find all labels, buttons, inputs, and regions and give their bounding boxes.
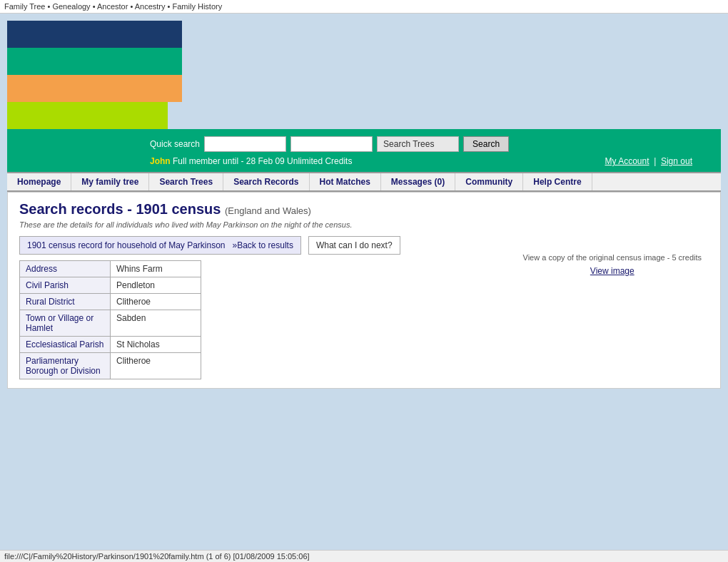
table-cell-value: Clitheroe — [111, 353, 201, 379]
nav-help-centre[interactable]: Help Centre — [523, 173, 592, 190]
page-title: Search records - 1901 census (England an… — [19, 201, 709, 218]
what-next-panel: What can I do next? — [308, 236, 400, 255]
table-cell-value: Whins Farm — [111, 261, 201, 277]
table-cell-label: Civil Parish — [20, 277, 111, 294]
census-header-label: 1901 census record for household of May … — [27, 240, 226, 250]
table-cell-value: St Nicholas — [111, 337, 201, 353]
back-to-results-link[interactable]: »Back to results — [233, 240, 293, 250]
status-bar-text: file:///C|/Family%20History/Parkinson/19… — [4, 552, 310, 556]
table-cell-value: Sabden — [111, 310, 201, 337]
outer-wrapper: Quick search Search Trees Search John Fu… — [0, 14, 728, 556]
table-cell-label: Address — [20, 261, 111, 277]
table-cell-label: Rural District — [20, 294, 111, 310]
table-row: Civil ParishPendleton — [20, 277, 201, 294]
nav-my-family-tree[interactable]: My family tree — [71, 173, 149, 190]
sign-out-link[interactable]: Sign out — [661, 156, 692, 166]
title-bar-text: Family Tree • Genealogy • Ancestor • Anc… — [4, 2, 222, 11]
table-row: Rural DistrictClitheroe — [20, 294, 201, 310]
user-info-row: John Full member until - 28 Feb 09 Unlim… — [21, 156, 707, 166]
table-cell-label: Ecclesiastical Parish — [20, 337, 111, 353]
title-bar: Family Tree • Genealogy • Ancestor • Anc… — [0, 0, 728, 14]
account-links: My Account | Sign out — [605, 156, 692, 166]
header-search: Quick search Search Trees Search John Fu… — [7, 129, 721, 172]
view-image-info: View a copy of the original census image… — [523, 253, 702, 262]
what-next-label: What can I do next? — [316, 240, 393, 250]
table-cell-value: Pendleton — [111, 277, 201, 294]
logo-bar-yellow — [7, 102, 168, 129]
user-greeting-text: Full member until - 28 Feb 09 Unlimited … — [173, 156, 352, 166]
search-input-1[interactable] — [204, 136, 286, 152]
data-table-body: AddressWhins FarmCivil ParishPendletonRu… — [20, 261, 201, 379]
username: John — [150, 156, 171, 166]
nav-hot-matches[interactable]: Hot Matches — [310, 173, 381, 190]
page-subtitle: These are the details for all individual… — [19, 220, 709, 229]
nav-community[interactable]: Community — [455, 173, 523, 190]
search-submit-button[interactable]: Search — [463, 136, 509, 152]
quick-search-row: Quick search Search Trees Search — [21, 136, 707, 152]
table-row: Ecclesiastical ParishSt Nicholas — [20, 337, 201, 353]
table-row: Parliamentary Borough or DivisionClither… — [20, 353, 201, 379]
table-row: Town or Village or HamletSabden — [20, 310, 201, 337]
logo-area — [7, 21, 182, 129]
census-record-header: 1901 census record for household of May … — [19, 236, 301, 255]
table-cell-value: Clitheroe — [111, 294, 201, 310]
logo-bar-blue — [7, 21, 182, 48]
page-title-sub: (England and Wales) — [225, 205, 311, 216]
nav-search-trees[interactable]: Search Trees — [149, 173, 223, 190]
logo-bar-orange — [7, 75, 182, 102]
nav-homepage[interactable]: Homepage — [7, 173, 71, 190]
quick-search-label: Quick search — [150, 139, 200, 149]
nav-bar: Homepage My family tree Search Trees Sea… — [7, 172, 721, 192]
table-cell-label: Town or Village or Hamlet — [20, 310, 111, 337]
status-bar: file:///C|/Family%20History/Parkinson/19… — [0, 550, 728, 556]
table-row: AddressWhins Farm — [20, 261, 201, 277]
user-greeting: John Full member until - 28 Feb 09 Unlim… — [150, 156, 352, 166]
view-image-link[interactable]: View image — [590, 266, 635, 276]
search-input-2[interactable] — [290, 136, 373, 152]
nav-messages[interactable]: Messages (0) — [381, 173, 455, 190]
search-trees-button[interactable]: Search Trees — [377, 136, 459, 152]
page-title-main: Search records - 1901 census — [19, 201, 221, 217]
main-content: Search records - 1901 census (England an… — [7, 192, 721, 389]
table-cell-label: Parliamentary Borough or Division — [20, 353, 111, 379]
census-header: 1901 census record for household of May … — [19, 236, 709, 255]
logo-bar-green — [7, 48, 182, 75]
census-data-table: AddressWhins FarmCivil ParishPendletonRu… — [19, 260, 201, 379]
view-image-panel: View a copy of the original census image… — [523, 253, 702, 276]
my-account-link[interactable]: My Account — [605, 156, 649, 166]
nav-search-records[interactable]: Search Records — [223, 173, 309, 190]
